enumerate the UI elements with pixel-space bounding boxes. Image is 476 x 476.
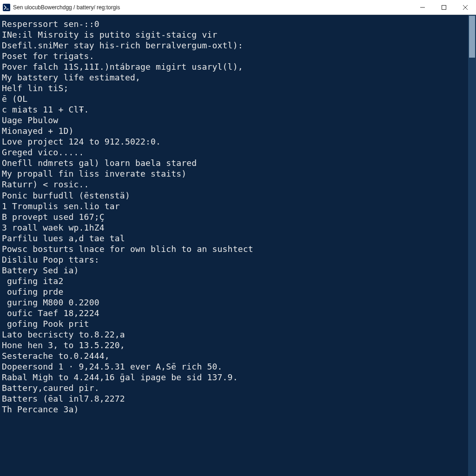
terminal-line: 1 Tromuplis sen.lio tar (2, 201, 465, 212)
scroll-thumb[interactable] (469, 16, 475, 58)
maximize-button[interactable] (433, 0, 455, 14)
terminal-line: Onefll ndmrets gal) loarn baela stared (2, 158, 465, 168)
window-controls (412, 0, 476, 14)
terminal-line: Poset for trigats. (2, 51, 465, 61)
terminal-line: Batters (ēal inl7.8,2272 (2, 393, 465, 404)
close-button[interactable] (455, 0, 476, 14)
terminal-line: Lato becriscty to.8.22,a (2, 329, 465, 340)
terminal-line: oufic Taef 18,2224 (2, 308, 465, 318)
terminal-window: Sen ulocubBowerchdgg / battery/ reg:torg… (0, 0, 476, 476)
terminal-line: Uage Pbulow (2, 115, 465, 126)
terminal-line: Dsefil.sniMer stay his-rich berralvergum… (2, 40, 465, 51)
terminal-line: gufing ita2 (2, 276, 465, 286)
terminal-line: INe:il Misroity is putito sigit-staicg v… (2, 29, 465, 40)
minimize-button[interactable] (412, 0, 433, 14)
terminal-output[interactable]: Resperssort sen-::0INe:il Misroity is pu… (0, 15, 468, 476)
terminal-line: 3 roall waek wp.1hZ4 (2, 222, 465, 233)
terminal-line: Dopeersond 1 · 9,24.5.31 ever A,Sē rich … (2, 361, 465, 372)
terminal-line: My propall fin liss inverate staits) (2, 168, 465, 179)
terminal-line: Dislilu Poop ttars: (2, 254, 465, 265)
terminal-line: Battery,caured pir. (2, 383, 465, 393)
terminal-line: c miats 11 + ClŦ. (2, 104, 465, 115)
terminal-line: Powsc bosturts lnace for own blich to an… (2, 244, 465, 254)
terminal-line: My batstery life estimated, (2, 72, 465, 83)
terminal-line: Th Percance 3a) (2, 404, 465, 415)
terminal-line: Greged vico..... (2, 147, 465, 158)
terminal-line: Love project 124 to 912.5022:0. (2, 136, 465, 147)
terminal-line: Rabal Migh to 4.244,16 ḡal ipage be sid … (2, 372, 465, 383)
terminal-line: guring M800 0.2200 (2, 297, 465, 308)
terminal-line: Sesterache to.0.2444, (2, 350, 465, 361)
body-area: Resperssort sen-::0INe:il Misroity is pu… (0, 15, 476, 476)
terminal-line: Resperssort sen-::0 (2, 19, 465, 29)
title-bar[interactable]: Sen ulocubBowerchdgg / battery/ reg:torg… (0, 0, 476, 15)
title-left: Sen ulocubBowerchdgg / battery/ reg:torg… (3, 4, 120, 11)
terminal-line: Hone hen 3, to 13.5.220, (2, 340, 465, 350)
window-title: Sen ulocubBowerchdgg / battery/ reg:torg… (13, 4, 120, 11)
terminal-line: Helf lin tiS; (2, 83, 465, 93)
terminal-line: ē (OL (2, 93, 465, 104)
terminal-line: B provept used 167;Ç (2, 212, 465, 222)
terminal-line: Battery Sed ia) (2, 265, 465, 276)
powershell-icon (3, 4, 10, 11)
terminal-line: Pover falch 11S,11I.)ntábrage migirt usa… (2, 61, 465, 72)
terminal-line: Raturr) < rosic.. (2, 179, 465, 190)
terminal-line: gofing Pook prit (2, 318, 465, 329)
svg-rect-0 (3, 4, 10, 11)
vertical-scrollbar[interactable] (468, 15, 476, 476)
terminal-line: Parfilu lues a,d tae tal (2, 233, 465, 244)
terminal-line: oufing prde (2, 286, 465, 297)
terminal-line: Ponic burfudll (ēstenstä) (2, 190, 465, 201)
svg-rect-3 (442, 5, 446, 9)
terminal-line: Mionayed + 1D) (2, 126, 465, 136)
